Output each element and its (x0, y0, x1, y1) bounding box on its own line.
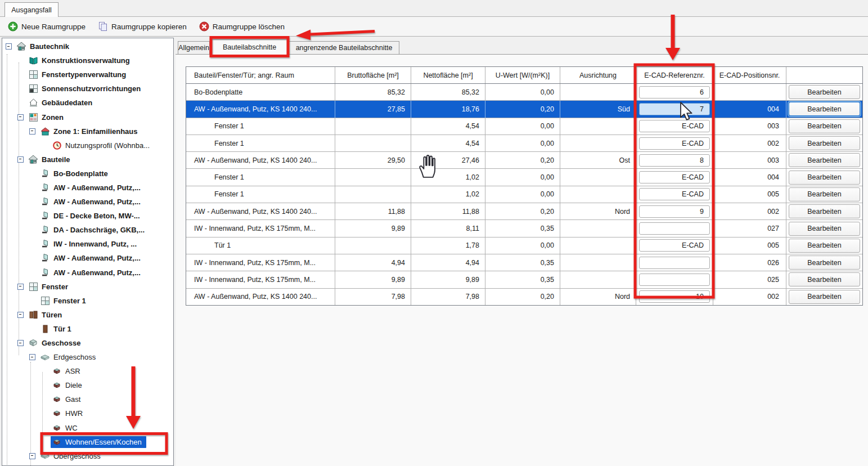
tree-item-obergeschoss[interactable]: Obergeschoss (2, 449, 173, 463)
cell-ausrichtung (560, 135, 636, 151)
tree-item-konstruktionsverwaltung[interactable]: Konstruktionsverwaltung (2, 53, 173, 68)
bearbeiten-button[interactable]: Bearbeiten (789, 136, 860, 150)
tree-item-da-dachschräge-gkb[interactable]: DA - Dachschräge, GKB,... (2, 223, 173, 237)
ecad-referenznr-field[interactable]: 9 (639, 205, 710, 218)
collapse-minus-icon[interactable] (17, 340, 24, 346)
collapse-minus-icon[interactable] (29, 453, 35, 459)
tree-item-label: Gast (65, 395, 80, 404)
table-row-iw-innenwand-putz-ks-175mm-m[interactable]: IW - Innenwand, Putz, KS 175mm, M...9,89… (186, 271, 862, 288)
table-row-iw-innenwand-putz-ks-175mm-m[interactable]: IW - Innenwand, Putz, KS 175mm, M...4,94… (186, 254, 862, 271)
collapse-minus-icon[interactable] (17, 114, 24, 120)
tree-item-aw-außenwand-putz[interactable]: AW - Außenwand, Putz,... (2, 251, 173, 265)
tree-item-iw-innenwand-putz[interactable]: IW - Innenwand, Putz, ... (2, 237, 173, 251)
collapse-minus-icon[interactable] (17, 156, 24, 163)
cell-actions: Bearbeiten (786, 289, 862, 305)
bearbeiten-button[interactable]: Bearbeiten (789, 85, 860, 99)
tree-item-fenstertypenverwaltung[interactable]: Fenstertypenverwaltung (2, 68, 173, 82)
tree-item-label: Bautechnik (30, 42, 69, 51)
tab-allgemein[interactable]: Allgemein (178, 41, 210, 55)
table-row-bo-bodenplatte[interactable]: Bo-Bodenplatte85,3285,320,006Bearbeiten (186, 84, 862, 101)
tree-item-fenster-1[interactable]: Fenster 1 (2, 294, 173, 308)
bearbeiten-button[interactable]: Bearbeiten (789, 171, 860, 185)
tree-item-de-decke-beton-mw[interactable]: DE - Decke Beton, MW-... (2, 209, 173, 223)
bearbeiten-button[interactable]: Bearbeiten (789, 256, 860, 270)
tree-item-content: Fenster 1 (39, 295, 91, 307)
table-row-aw-außenwand-putz-ks-1400-240[interactable]: AW - Außenwand, Putz, KS 1400 240...27,8… (186, 101, 862, 118)
tree-item-zone-1-einfamilienhaus[interactable]: Zone 1: Einfamilienhaus (2, 124, 173, 138)
table-row-aw-außenwand-putz-ks-1400-240[interactable]: AW - Außenwand, Putz, KS 1400 240...7,98… (186, 289, 862, 305)
collapse-minus-icon[interactable] (17, 284, 24, 290)
bearbeiten-button[interactable]: Bearbeiten (789, 102, 860, 116)
house-icon (16, 42, 26, 51)
bearbeiten-button[interactable]: Bearbeiten (789, 187, 860, 201)
bauteilabschnitte-table: Bauteil/Fenster/Tür; angr. RaumBruttoflä… (186, 66, 863, 306)
table-row-aw-außenwand-putz-ks-1400-240[interactable]: AW - Außenwand, Putz, KS 1400 240...29,5… (186, 152, 862, 169)
tree-item-wc[interactable]: WC (2, 421, 173, 435)
collapse-minus-icon[interactable] (17, 312, 24, 318)
ecad-referenznr-field[interactable]: E-CAD (639, 120, 710, 132)
table-row-iw-innenwand-putz-ks-175mm-m[interactable]: IW - Innenwand, Putz, KS 175mm, M...9,89… (186, 220, 862, 237)
ecad-referenznr-field[interactable]: E-CAD (639, 188, 710, 200)
bearbeiten-button[interactable]: Bearbeiten (789, 272, 860, 286)
cell-bruttoflaeche: 11,88 (335, 203, 411, 219)
tree-item-sonnenschutzvorrichtungen[interactable]: Sonnenschutzvorrichtungen (2, 82, 173, 96)
cell-u-wert: 0,20 (485, 203, 560, 219)
collapse-minus-icon[interactable] (29, 128, 35, 135)
ecad-referenznr-field[interactable] (639, 222, 710, 235)
raumgruppe-kopieren-button[interactable]: Raumgruppe kopieren (96, 20, 189, 33)
collapse-minus-icon[interactable] (29, 354, 35, 360)
table-row-fenster-1[interactable]: Fenster 11,020,00E-CAD005Bearbeiten (186, 186, 862, 203)
ecad-referenznr-field[interactable]: 8 (639, 154, 710, 167)
tree-item-wohnen-essen-kochen[interactable]: Wohnen/Essen/Kochen (2, 435, 173, 449)
ecad-referenznr-field[interactable]: 7 (639, 103, 710, 115)
tree-item-aw-außenwand-putz[interactable]: AW - Außenwand, Putz,... (2, 195, 173, 209)
ecad-referenznr-field[interactable]: E-CAD (639, 239, 710, 252)
ecad-referenznr-field[interactable]: E-CAD (639, 137, 710, 150)
tree-item-zonen[interactable]: Zonen (2, 110, 173, 124)
tree-item-bo-bodenplatte[interactable]: Bo-Bodenplatte (2, 167, 173, 181)
table-row-fenster-1[interactable]: Fenster 14,540,00E-CAD003Bearbeiten (186, 118, 862, 135)
ecad-referenznr-field[interactable] (639, 274, 710, 286)
tree-item-hwr[interactable]: HWR (2, 406, 173, 420)
tree-item-türen[interactable]: Türen (2, 308, 173, 322)
bearbeiten-button[interactable]: Bearbeiten (789, 290, 860, 304)
collapse-minus-icon[interactable] (6, 43, 12, 50)
bearbeiten-button[interactable]: Bearbeiten (789, 204, 860, 218)
tree-item-nutzungsprofil-wohnba[interactable]: Nutzungsprofil (Wohnba... (2, 138, 173, 153)
neue-raumgruppe-button[interactable]: Neue Raumgruppe (6, 20, 88, 33)
bearbeiten-button[interactable]: Bearbeiten (789, 153, 860, 167)
table-row-aw-außenwand-putz-ks-1400-240[interactable]: AW - Außenwand, Putz, KS 1400 240...11,8… (186, 203, 862, 220)
ecad-referenznr-field[interactable]: 6 (639, 86, 710, 98)
ecad-referenznr-field[interactable]: 10 (639, 290, 710, 303)
tree-item-aw-außenwand-putz[interactable]: AW - Außenwand, Putz,... (2, 266, 173, 280)
bearbeiten-button[interactable]: Bearbeiten (789, 222, 860, 236)
copy-icon (98, 21, 108, 32)
tab-ausgangsfall[interactable]: Ausgangsfall (5, 2, 59, 17)
ecad-referenznr-field[interactable] (639, 257, 710, 269)
cell-actions: Bearbeiten (786, 254, 862, 271)
tree-item-fenster[interactable]: Fenster (2, 280, 173, 294)
tree-item-gast[interactable]: Gast (2, 392, 173, 406)
cell-bruttoflaeche: 7,98 (335, 289, 411, 305)
tree-item-bauteile[interactable]: Bauteile (2, 153, 173, 167)
tree-item-erdgeschoss[interactable]: Erdgeschoss (2, 350, 173, 364)
cell-u-wert: 0,20 (485, 289, 560, 305)
tab-bauteilabschnitte[interactable]: Bauteilabschnitte (211, 39, 288, 55)
tree-item-geschosse[interactable]: Geschosse (2, 336, 173, 350)
table-row-tür-1[interactable]: Tür 11,780,00E-CAD005Bearbeiten (186, 238, 862, 254)
ecad-referenznr-field[interactable]: E-CAD (639, 171, 710, 183)
tree-item-gebäudedaten[interactable]: Gebäudedaten (2, 96, 173, 110)
tree-item-aw-außenwand-putz[interactable]: AW - Außenwand, Putz,... (2, 181, 173, 195)
tab-angrenzende-bauteilabschnitte[interactable]: angrenzende Bauteilabschnitte (289, 41, 399, 55)
tree-item-diele[interactable]: Diele (2, 378, 173, 392)
bearbeiten-button[interactable]: Bearbeiten (789, 239, 860, 253)
tree-item-asr[interactable]: ASR (2, 364, 173, 378)
tree-item-bautechnik[interactable]: Bautechnik (2, 39, 173, 53)
table-row-fenster-1[interactable]: Fenster 14,540,00E-CAD002Bearbeiten (186, 135, 862, 152)
tree-item-tür-1[interactable]: Tür 1 (2, 322, 173, 336)
raumgruppe-loeschen-button[interactable]: Raumgruppe löschen (197, 20, 287, 33)
cell-ecad-positionsnr (713, 84, 786, 100)
bearbeiten-button[interactable]: Bearbeiten (789, 119, 860, 133)
table-row-fenster-1[interactable]: Fenster 11,020,00E-CAD004Bearbeiten (186, 169, 862, 186)
cell-ecad-referenznr: 8 (636, 152, 713, 168)
